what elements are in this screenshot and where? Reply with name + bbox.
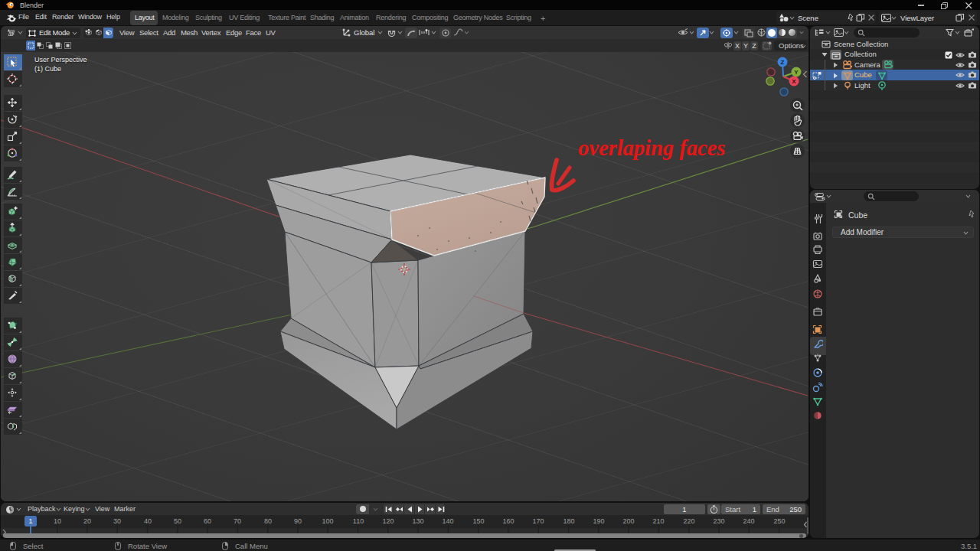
svg-text:Y: Y [794,69,799,76]
svg-text:X: X [792,78,796,85]
svg-text:overlaping faces: overlaping faces [578,136,725,160]
svg-text:Z: Z [781,59,785,66]
